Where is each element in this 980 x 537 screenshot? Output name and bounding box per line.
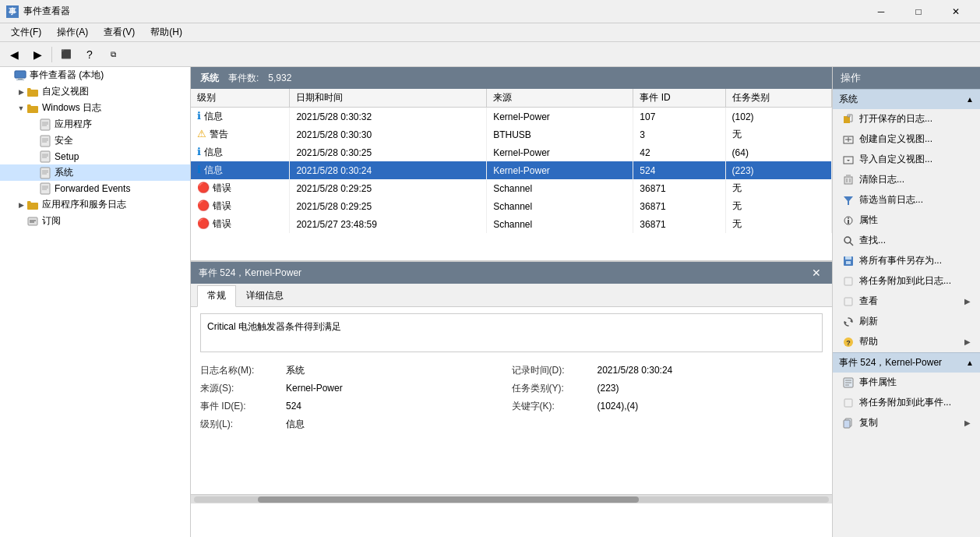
- menu-file[interactable]: 文件(F): [3, 24, 49, 41]
- cell-taskCategory: (223): [725, 161, 831, 179]
- tree-expand-winlogs[interactable]: ▼: [16, 103, 26, 114]
- up-button[interactable]: ⬛: [55, 44, 77, 65]
- tree-icon-security: [39, 135, 51, 147]
- actions-item-icon-0-0: [842, 113, 855, 125]
- forward-button[interactable]: ▶: [26, 44, 48, 65]
- svg-rect-3: [16, 79, 24, 80]
- actions-item-0-4[interactable]: 筛选当前日志...: [833, 190, 980, 210]
- menu-action[interactable]: 操作(A): [49, 24, 96, 41]
- tree-item-winlogs[interactable]: ▼Windows 日志: [0, 100, 190, 116]
- event-table-wrapper[interactable]: 级别 日期和时间 来源 事件 ID 任务类别 ℹ信息2021/5/28 0:30…: [191, 89, 832, 260]
- tree-icon-subscribe: [26, 215, 39, 228]
- actions-item-label-0-8: 将任务附加到此日志...: [859, 274, 951, 288]
- col-taskcategory[interactable]: 任务类别: [725, 89, 831, 108]
- field-level-label: 级别(L):: [200, 418, 286, 431]
- cell-eventId: 36871: [633, 179, 725, 197]
- detail-scrollbar-thumb[interactable]: [258, 496, 639, 503]
- svg-rect-16: [41, 168, 50, 178]
- table-row[interactable]: 🔴错误2021/5/28 0:29:25Schannel36871无: [191, 197, 832, 215]
- tree-item-security[interactable]: 安全: [0, 132, 190, 149]
- svg-rect-43: [845, 256, 851, 260]
- tree-item-forwarded[interactable]: Forwarded Events: [0, 181, 190, 196]
- cell-level: ℹ信息: [191, 108, 290, 126]
- toolbar: ◀ ▶ ⬛ ? ⧉: [0, 42, 980, 67]
- actions-item-icon-0-9: [842, 295, 855, 308]
- cell-source: BTHUSB: [487, 125, 633, 143]
- detail-close-button[interactable]: ✕: [809, 265, 824, 281]
- col-source[interactable]: 来源: [487, 89, 633, 108]
- actions-item-0-3[interactable]: 清除日志...: [833, 170, 980, 190]
- tree-item-app[interactable]: 应用程序: [0, 116, 190, 132]
- minimize-button[interactable]: ─: [863, 0, 899, 23]
- table-header-row: 级别 日期和时间 来源 事件 ID 任务类别: [191, 89, 832, 108]
- actions-item-label-0-2: 导入自定义视图...: [859, 153, 932, 166]
- tab-general[interactable]: 常规: [197, 285, 236, 307]
- table-row[interactable]: 🔴错误2021/5/28 0:29:25Schannel36871无: [191, 179, 832, 197]
- actions-item-1-2[interactable]: 复制▶: [833, 413, 980, 433]
- cell-level: ⚠警告: [191, 125, 290, 143]
- maximize-button[interactable]: □: [901, 0, 936, 23]
- tab-details[interactable]: 详细信息: [236, 285, 294, 306]
- back-button[interactable]: ◀: [3, 44, 25, 65]
- actions-item-0-8[interactable]: 将任务附加到此日志...: [833, 271, 980, 291]
- actions-item-0-9[interactable]: 查看▶: [833, 291, 980, 312]
- actions-item-0-7[interactable]: 将所有事件另存为...: [833, 251, 980, 271]
- help-button[interactable]: ?: [79, 44, 100, 65]
- svg-rect-0: [15, 71, 26, 78]
- actions-item-0-5[interactable]: 属性: [833, 210, 980, 231]
- actions-item-0-1[interactable]: 创建自定义视图...: [833, 129, 980, 150]
- tree-label-system: 系统: [55, 166, 73, 179]
- field-source-value: Kernel-Power: [286, 383, 343, 394]
- table-row[interactable]: ⚠警告2021/5/28 0:30:30BTHUSB3无: [191, 125, 832, 143]
- export-button[interactable]: ⧉: [102, 44, 124, 65]
- cell-datetime: 2021/5/28 0:29:25: [290, 179, 487, 197]
- detail-title: 事件 524，Kernel-Power: [199, 267, 301, 280]
- tree-item-subscribe[interactable]: 订阅: [0, 213, 190, 229]
- tree-item-custom[interactable]: ▶自定义视图: [0, 83, 190, 100]
- actions-item-0-0[interactable]: 打开保存的日志...: [833, 109, 980, 129]
- col-level[interactable]: 级别: [191, 89, 290, 108]
- menu-help[interactable]: 帮助(H): [143, 24, 190, 41]
- detail-scrollbar[interactable]: [194, 496, 829, 503]
- svg-text:?: ?: [846, 339, 851, 347]
- actions-item-icon-1-1: [842, 397, 855, 409]
- field-taskcategory-value: (223): [598, 383, 619, 394]
- actions-item-1-0[interactable]: 事件属性: [833, 373, 980, 393]
- tree-expand-setup: [28, 151, 39, 162]
- actions-section-1[interactable]: 事件 524，Kernel-Power▲: [833, 352, 980, 373]
- field-logname-label: 日志名称(M):: [200, 364, 286, 377]
- tree-item-system[interactable]: 系统: [0, 164, 190, 181]
- close-button[interactable]: ✕: [938, 0, 974, 23]
- tree-icon-custom: [26, 86, 39, 98]
- table-row[interactable]: ℹ信息2021/5/28 0:30:25Kernel-Power42(64): [191, 143, 832, 161]
- col-eventid[interactable]: 事件 ID: [633, 89, 725, 108]
- actions-item-0-6[interactable]: 查找...: [833, 231, 980, 251]
- tree-expand-appservices[interactable]: ▶: [16, 200, 26, 210]
- tree-label-appservices: 应用程序和服务日志: [42, 198, 126, 211]
- event-table: 级别 日期和时间 来源 事件 ID 任务类别 ℹ信息2021/5/28 0:30…: [191, 89, 832, 233]
- cell-source: Schannel: [487, 197, 633, 215]
- actions-section-label-1: 事件 524，Kernel-Power: [839, 356, 942, 369]
- actions-section-0[interactable]: 系统▲: [833, 89, 980, 109]
- menu-view[interactable]: 查看(V): [96, 24, 143, 41]
- tree-item-root[interactable]: 事件查看器 (本地): [0, 67, 190, 83]
- actions-item-label-0-0: 打开保存的日志...: [859, 112, 932, 125]
- actions-item-1-1[interactable]: 将任务附加到此事件...: [833, 393, 980, 413]
- tree-expand-app: [28, 119, 39, 130]
- tree-item-setup[interactable]: Setup: [0, 149, 190, 164]
- svg-rect-57: [844, 420, 850, 428]
- actions-item-0-10[interactable]: 刷新: [833, 312, 980, 332]
- actions-item-0-11[interactable]: ?帮助▶: [833, 332, 980, 352]
- tree-item-appservices[interactable]: ▶应用程序和服务日志: [0, 196, 190, 213]
- actions-item-0-2[interactable]: 导入自定义视图...: [833, 150, 980, 170]
- cell-level: ℹ信息: [191, 161, 290, 179]
- table-row[interactable]: ℹ信息2021/5/28 0:30:32Kernel-Power107(102): [191, 108, 832, 126]
- detail-scrollbar-area[interactable]: [191, 494, 832, 503]
- tree-icon-appservices: [26, 199, 39, 211]
- table-row[interactable]: 🔴错误2021/5/27 23:48:59Schannel36871无: [191, 215, 832, 233]
- tree-expand-custom[interactable]: ▶: [16, 87, 26, 97]
- actions-section-label-0: 系统: [839, 93, 858, 106]
- table-row[interactable]: ℹ信息2021/5/28 0:30:24Kernel-Power524(223): [191, 161, 832, 179]
- col-datetime[interactable]: 日期和时间: [290, 89, 487, 108]
- field-recordtime-label: 记录时间(D):: [512, 364, 598, 377]
